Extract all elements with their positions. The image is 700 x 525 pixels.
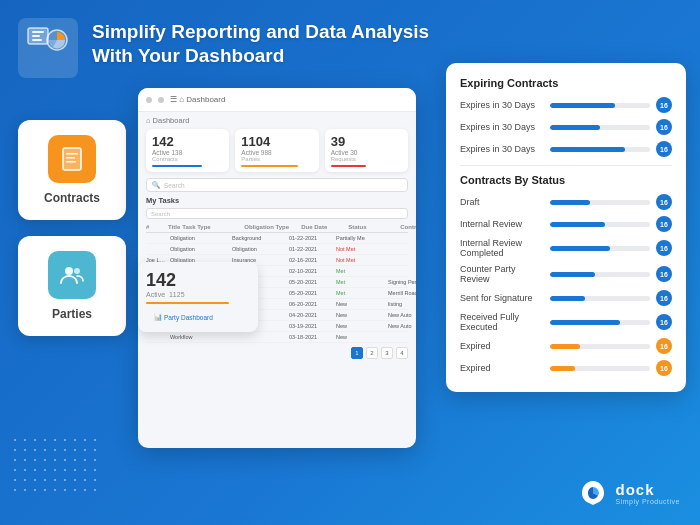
status-bar-wrap xyxy=(550,222,650,227)
expiring-bar-fill xyxy=(550,147,625,152)
party-stat-active: Active 1125 xyxy=(146,291,250,298)
page-2[interactable]: 2 xyxy=(366,347,378,359)
status-item[interactable]: Internal Review 16 xyxy=(460,216,672,232)
td-tasktype: Workflow xyxy=(170,334,230,340)
status-bar-fill xyxy=(550,320,620,325)
status-badge: 16 xyxy=(656,240,672,256)
parties-card[interactable]: Parties xyxy=(18,236,126,336)
party-dashboard-link[interactable]: 📊 Party Dashboard xyxy=(146,310,250,324)
status-badge: 16 xyxy=(656,266,672,282)
task-search[interactable]: Search xyxy=(146,208,408,219)
status-label: Sent for Signature xyxy=(460,293,544,303)
status-badge: 16 xyxy=(656,216,672,232)
td-contract xyxy=(388,334,416,340)
status-item[interactable]: Sent for Signature 16 xyxy=(460,290,672,306)
td-num xyxy=(146,246,166,252)
table-row[interactable]: new Workflow Obligation Obligation 01-22… xyxy=(146,244,408,255)
page-3[interactable]: 3 xyxy=(381,347,393,359)
stat-parties-bar xyxy=(241,165,298,167)
td-status: Met xyxy=(336,268,386,274)
header-title: Simplify Reporting and Data Analysis Wit… xyxy=(92,20,429,68)
td-num xyxy=(146,334,166,340)
td-contract xyxy=(388,257,416,263)
svg-rect-3 xyxy=(32,39,42,41)
stat-contracts[interactable]: 142 Active 138 Contracts xyxy=(146,129,229,172)
status-item[interactable]: Draft 16 xyxy=(460,194,672,210)
td-contract xyxy=(388,268,416,274)
td-due: 03-19-2021 xyxy=(289,323,334,329)
status-item[interactable]: Expired 16 xyxy=(460,338,672,354)
expiring-bar-wrap xyxy=(550,125,650,130)
page-1[interactable]: 1 xyxy=(351,347,363,359)
search-icon: 🔍 xyxy=(152,181,160,189)
tasks-title: My Tasks xyxy=(146,196,408,205)
expiring-item[interactable]: Expires in 30 Days 16 xyxy=(460,141,672,157)
stat-requests-label: Requests xyxy=(331,156,402,162)
sidebar-cards: Contracts Parties xyxy=(18,120,126,336)
stat-requests[interactable]: 39 Active 30 Requests xyxy=(325,129,408,172)
contracts-card-label: Contracts xyxy=(44,191,100,205)
expiring-badge: 16 xyxy=(656,119,672,135)
td-contract: listing xyxy=(388,301,416,307)
stat-requests-number: 39 xyxy=(331,134,402,149)
status-badge: 16 xyxy=(656,338,672,354)
status-badge: 16 xyxy=(656,194,672,210)
status-bar-wrap xyxy=(550,296,650,301)
td-contract xyxy=(388,235,416,241)
status-label: Expired xyxy=(460,341,544,351)
expiring-title: Expiring Contracts xyxy=(460,77,672,89)
dock-tagline: Simply Productive xyxy=(615,498,680,505)
table-header: # Title Task Type Obligation Type Due Da… xyxy=(146,222,408,233)
header: Simplify Reporting and Data Analysis Wit… xyxy=(18,18,429,78)
expiring-item[interactable]: Expires in 30 Days 16 xyxy=(460,119,672,135)
contracts-card[interactable]: Contracts xyxy=(18,120,126,220)
td-contract xyxy=(388,246,416,252)
stat-parties[interactable]: 1104 Active 988 Parties xyxy=(235,129,318,172)
status-badge: 16 xyxy=(656,290,672,306)
status-label: Received Fully Executed xyxy=(460,312,544,332)
pagination: 1 2 3 4 xyxy=(138,343,416,363)
td-contract: Merrill Road Lease xyxy=(388,290,416,296)
status-badge: 16 xyxy=(656,360,672,376)
table-row[interactable]: Workflow Approval Pending IT Approval Wo… xyxy=(146,332,408,343)
page-4[interactable]: 4 xyxy=(396,347,408,359)
status-bar-wrap xyxy=(550,344,650,349)
expiring-item[interactable]: Expires in 30 Days 16 xyxy=(460,97,672,113)
stat-contracts-number: 142 xyxy=(152,134,223,149)
td-status: New xyxy=(336,301,386,307)
status-bar-wrap xyxy=(550,246,650,251)
stat-requests-active: Active 30 xyxy=(331,149,402,156)
dock-brand: dock Simply Productive xyxy=(615,481,680,505)
td-due: 05-20-2021 xyxy=(289,290,334,296)
expiring-label: Expires in 30 Days xyxy=(460,122,544,132)
th-duedate: Due Date xyxy=(301,224,346,230)
svg-rect-2 xyxy=(32,35,40,37)
status-item[interactable]: Received Fully Executed 16 xyxy=(460,312,672,332)
td-due: 05-20-2021 xyxy=(289,279,334,285)
status-bar-fill xyxy=(550,366,575,371)
chart-icon: 📊 xyxy=(154,313,162,321)
svg-rect-5 xyxy=(63,148,81,170)
td-due: 01-22-2021 xyxy=(289,235,334,241)
svg-rect-1 xyxy=(32,31,44,33)
status-item[interactable]: Expired 16 xyxy=(460,360,672,376)
th-contract: Contract Name xyxy=(400,224,416,230)
expiring-label: Expires in 30 Days xyxy=(460,100,544,110)
status-badge: 16 xyxy=(656,314,672,330)
svg-rect-8 xyxy=(66,161,76,163)
td-status: New xyxy=(336,334,386,340)
td-obligtype: Obligation xyxy=(232,246,287,252)
status-item[interactable]: Counter Party Review 16 xyxy=(460,264,672,284)
th-obligtype: Obligation Type xyxy=(244,224,299,230)
td-due: 01-22-2021 xyxy=(289,246,334,252)
expiring-badge: 16 xyxy=(656,97,672,113)
search-box[interactable]: 🔍 Search xyxy=(146,178,408,192)
table-row[interactable]: new Workflow Obligation Background 01-22… xyxy=(146,233,408,244)
dock-icon-svg xyxy=(577,477,609,509)
party-stat-panel: 142 Active 1125 📊 Party Dashboard xyxy=(138,262,258,332)
status-item[interactable]: Internal Review Completed 16 xyxy=(460,238,672,258)
td-status: New xyxy=(336,323,386,329)
td-contract: Signing Permission... xyxy=(388,279,416,285)
td-due: 02-10-2021 xyxy=(289,268,334,274)
status-label: Internal Review xyxy=(460,219,544,229)
